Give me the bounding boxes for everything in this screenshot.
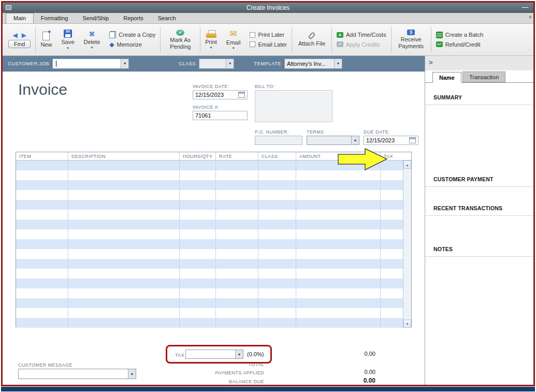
print-button[interactable]: Print ▼ [200, 25, 222, 54]
table-cell[interactable] [16, 239, 68, 249]
table-cell[interactable] [215, 200, 258, 210]
table-cell[interactable] [179, 170, 215, 180]
tab-reports[interactable]: Reports [116, 13, 151, 23]
table-cell[interactable] [16, 259, 68, 269]
table-cell[interactable] [296, 210, 380, 220]
table-cell[interactable] [179, 308, 215, 318]
table-cell[interactable] [258, 249, 296, 259]
table-cell[interactable] [68, 200, 179, 210]
table-cell[interactable] [179, 298, 215, 308]
back-arrow-icon[interactable]: ◀ [12, 32, 17, 39]
table-cell[interactable] [215, 308, 258, 318]
table-row[interactable] [16, 279, 403, 288]
scroll-up-icon[interactable]: ▲ [403, 161, 411, 169]
table-cell[interactable] [380, 279, 403, 288]
table-cell[interactable] [16, 318, 68, 328]
table-cell[interactable] [380, 249, 403, 259]
table-cell[interactable] [215, 161, 258, 170]
table-cell[interactable] [215, 229, 258, 239]
table-row[interactable] [16, 200, 403, 210]
table-cell[interactable] [215, 180, 258, 190]
table-cell[interactable] [380, 298, 403, 308]
table-cell[interactable] [16, 220, 68, 229]
scroll-down-icon[interactable]: ▼ [403, 320, 411, 328]
email-later-checkbox[interactable]: Email Later [250, 41, 287, 48]
table-row[interactable] [16, 259, 403, 269]
table-cell[interactable] [296, 200, 380, 210]
terms-caret-icon[interactable]: ▼ [351, 136, 359, 144]
table-cell[interactable] [258, 279, 296, 288]
table-cell[interactable] [16, 210, 68, 220]
invoice-number-field[interactable]: 71061 [193, 111, 248, 120]
table-cell[interactable] [380, 259, 403, 269]
template-caret-icon[interactable]: ▼ [334, 59, 342, 68]
table-cell[interactable] [68, 170, 179, 180]
print-later-checkbox[interactable]: Print Later [250, 32, 284, 38]
table-cell[interactable] [258, 269, 296, 279]
sidebar-tab-name[interactable]: Name [432, 72, 461, 83]
sidebar-tab-transaction[interactable]: Transaction [462, 71, 505, 82]
calendar-icon[interactable] [238, 92, 245, 98]
table-row[interactable] [16, 298, 403, 308]
table-row[interactable] [16, 269, 403, 279]
tab-main[interactable]: Main [6, 13, 34, 23]
table-cell[interactable] [258, 239, 296, 249]
tab-search[interactable]: Search [151, 13, 183, 23]
create-copy-button[interactable]: Create a Copy [109, 31, 155, 38]
table-cell[interactable] [179, 220, 215, 229]
table-cell[interactable] [16, 180, 68, 190]
ribbon-collapse-icon[interactable]: » [527, 17, 533, 19]
table-cell[interactable] [380, 269, 403, 279]
due-date-field[interactable]: 12/15/2023 [364, 136, 418, 145]
table-cell[interactable] [380, 200, 403, 210]
attach-file-button[interactable]: Attach File [292, 25, 331, 54]
table-cell[interactable] [258, 229, 296, 239]
table-cell[interactable] [380, 239, 403, 249]
table-row[interactable] [16, 308, 403, 318]
table-cell[interactable] [258, 180, 296, 190]
table-cell[interactable] [380, 308, 403, 318]
table-cell[interactable] [296, 269, 380, 279]
table-cell[interactable] [179, 259, 215, 269]
table-cell[interactable] [16, 308, 68, 318]
table-cell[interactable] [179, 288, 215, 298]
table-row[interactable] [16, 180, 403, 190]
customer-message-caret-icon[interactable]: ▼ [128, 369, 136, 379]
delete-button[interactable]: ✖ Delete ▼ [79, 25, 105, 54]
table-cell[interactable] [296, 308, 380, 318]
minimize-button[interactable]: — [522, 4, 528, 11]
table-cell[interactable] [68, 239, 179, 249]
create-batch-button[interactable]: Create a Batch [436, 32, 483, 38]
table-cell[interactable] [215, 249, 258, 259]
table-cell[interactable] [380, 220, 403, 229]
table-cell[interactable] [68, 210, 179, 220]
table-cell[interactable] [296, 259, 380, 269]
collapse-sidebar-button[interactable]: > [429, 59, 433, 66]
table-cell[interactable] [296, 220, 380, 229]
save-dropdown-caret-icon[interactable]: ▼ [66, 47, 69, 50]
table-cell[interactable] [16, 279, 68, 288]
table-cell[interactable] [380, 318, 403, 328]
table-cell[interactable] [215, 269, 258, 279]
table-scrollbar[interactable]: ▲ ▼ [403, 161, 411, 328]
table-cell[interactable] [258, 288, 296, 298]
table-cell[interactable] [258, 259, 296, 269]
email-button[interactable]: ✉ Email ▼ [222, 25, 245, 54]
table-cell[interactable] [179, 210, 215, 220]
delete-dropdown-caret-icon[interactable]: ▼ [90, 46, 93, 49]
table-cell[interactable] [296, 229, 380, 239]
email-later-checkbox-icon[interactable] [250, 41, 255, 47]
table-cell[interactable] [380, 229, 403, 239]
table-cell[interactable] [16, 170, 68, 180]
table-row[interactable] [16, 220, 403, 229]
table-cell[interactable] [68, 298, 179, 308]
table-cell[interactable] [296, 318, 380, 328]
table-cell[interactable] [215, 190, 258, 200]
table-cell[interactable] [179, 161, 215, 170]
table-row[interactable] [16, 229, 403, 239]
table-cell[interactable] [296, 279, 380, 288]
receive-payments-button[interactable]: $ Receive Payments [392, 25, 431, 54]
memorize-button[interactable]: ◆ Memorize [109, 41, 142, 48]
table-cell[interactable] [215, 279, 258, 288]
table-cell[interactable] [380, 288, 403, 298]
